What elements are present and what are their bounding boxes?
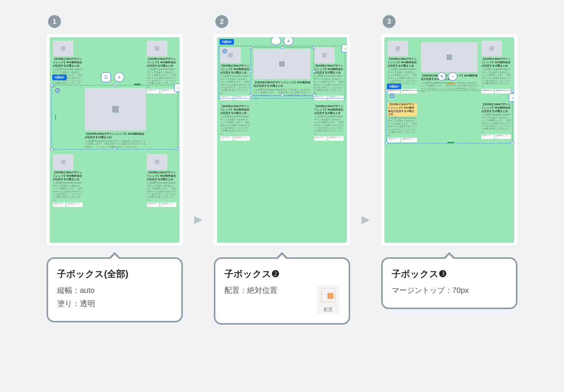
- step-badge-2: 2: [215, 15, 228, 28]
- editor-mockup-1: 【2023年のWebデザイントレンド】Web制作会社が注目する15選まとめ この…: [47, 34, 183, 246]
- article-card: 【2023年のWebデザイントレンド】Web制作会社が注目する15選まとめ この…: [481, 40, 511, 93]
- expand-right-handle[interactable]: ›: [174, 84, 180, 92]
- down-button[interactable]: [114, 72, 124, 82]
- featured-article-card: 【2023年のWebデザイントレンド】Web制作会社が注目する15選まとめ この…: [421, 42, 478, 93]
- step-caption-1: 子ボックス(全部) 縦幅：auto 塗り：透明: [47, 257, 183, 322]
- target-indicator: [55, 88, 60, 93]
- right-button[interactable]: →: [448, 72, 457, 81]
- step-3: 3 【2023年のWebデザイントレンド】Web制作会社が注目する15選まとめ …: [381, 15, 517, 309]
- tutorial-steps-row: 1 【2023年のWebデザイントレンド】Web制作会社が注目する15選まとめ …: [8, 15, 556, 325]
- chevron-right-icon: ▶: [361, 213, 370, 226]
- caption-title: 子ボックス❸: [392, 268, 507, 280]
- step-1: 1 【2023年のWebデザイントレンド】Web制作会社が注目する15選まとめ …: [47, 15, 183, 322]
- resize-handle[interactable]: [134, 84, 141, 85]
- article-card: 【2023年のWebデザイントレンド】Web制作会社が注目する15選まとめ この…: [147, 154, 176, 207]
- article-card: 【2023年のWebデザイントレンド】Web制作会社が注目する15選まとめ この…: [53, 154, 83, 207]
- caption-line: マージントップ：70px: [392, 285, 507, 296]
- expand-right-handle[interactable]: ›: [509, 93, 514, 102]
- position-icon-label: 配置: [324, 306, 333, 313]
- caption-line: 塗り：透明: [57, 299, 172, 309]
- selection-outline: [386, 90, 513, 143]
- selection-outline-inner: [251, 47, 314, 96]
- down-button[interactable]: [284, 37, 293, 46]
- target-indicator: [390, 93, 394, 98]
- warning-underline: [447, 83, 456, 84]
- chevron-right-icon: ▶: [194, 213, 203, 226]
- resize-handle[interactable]: [447, 142, 454, 143]
- toolbar-button[interactable]: [271, 37, 281, 45]
- selection-outline: [51, 85, 178, 149]
- editor-mockup-2: <div> › 【2023年のWebデザイントレンド】Web制作会社が注目する1…: [214, 34, 350, 246]
- step-badge-1: 1: [48, 15, 61, 28]
- step-badge-3: 3: [383, 15, 396, 28]
- toolbar-button[interactable]: ✎: [438, 72, 446, 81]
- caption-line: 縦幅：auto: [57, 285, 172, 296]
- expand-right-handle[interactable]: ›: [341, 44, 347, 53]
- caption-title: 子ボックス(全部): [57, 268, 172, 280]
- text-caret: [55, 115, 56, 120]
- article-card: 【2023年のWebデザイントレンド】Web制作会社が注目する15選まとめ この…: [220, 104, 250, 141]
- div-tag-label: <div>: [387, 84, 401, 89]
- caption-title: 子ボックス❷: [224, 268, 340, 280]
- div-tag-label: <div>: [52, 75, 67, 80]
- step-2: 2 <div> › 【2023年のWebデザイントレンド】Web制作会社が注目す…: [214, 15, 350, 325]
- text-caret: [320, 72, 321, 76]
- align-button[interactable]: [101, 72, 111, 82]
- editor-mockup-3: 【2023年のWebデザイントレンド】Web制作会社が注目する15選まとめ この…: [381, 34, 517, 246]
- caption-line: 配置：絶対位置: [224, 285, 311, 296]
- step-caption-3: 子ボックス❸ マージントップ：70px: [381, 257, 517, 309]
- article-card: 【2023年のWebデザイントレンド】Web制作会社が注目する15選まとめ この…: [53, 40, 83, 88]
- position-icon: 配置: [317, 285, 340, 314]
- div-tag-label: <div>: [220, 39, 234, 45]
- target-indicator: [223, 49, 227, 53]
- step-caption-2: 子ボックス❷ 配置：絶対位置 配置: [214, 257, 350, 325]
- article-card: 【2023年のWebデザイントレンド】Web制作会社が注目する15選まとめ この…: [314, 104, 344, 141]
